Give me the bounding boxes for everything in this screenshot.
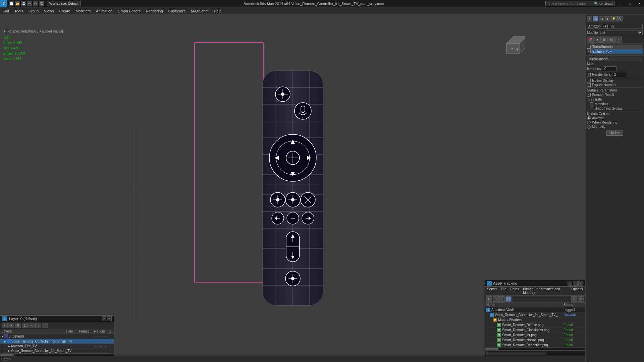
asset-menu-file[interactable]: File	[499, 287, 508, 295]
layer-item[interactable]: ▸ Amazon_Fire_TV — — — □	[0, 344, 114, 349]
open-btn[interactable]: 📂	[15, 1, 20, 6]
asset-menu-server[interactable]: Server	[485, 287, 499, 295]
motion-icon[interactable]: ▶	[605, 16, 610, 21]
close-btn[interactable]: ✕	[635, 0, 644, 7]
utilities-icon[interactable]: 🔧	[617, 16, 623, 21]
freeze-dash: —	[98, 335, 103, 338]
layers-help-btn[interactable]: ?	[102, 316, 106, 321]
render-setup-btn[interactable]: 🖼	[39, 1, 44, 6]
asset-view-btn[interactable]: ⊡	[499, 296, 505, 302]
layers-scrollbar[interactable]	[0, 353, 114, 356]
display-icon[interactable]: 💡	[611, 16, 616, 21]
asset-item[interactable]: M Smart_Remote_Glossiness.png Found	[485, 327, 585, 333]
delete-layer-btn[interactable]: ✕	[8, 323, 14, 328]
maximize-btn[interactable]: □	[625, 0, 635, 7]
save-btn[interactable]: 💾	[21, 1, 26, 6]
asset-menu-paths[interactable]: Paths	[508, 287, 521, 295]
manually-radio[interactable]	[587, 125, 591, 129]
turbosmooth-expand-icon[interactable]: −	[639, 57, 641, 61]
menu-help[interactable]: Help	[211, 8, 224, 14]
minimize-btn[interactable]: —	[616, 0, 625, 7]
search-input[interactable]	[547, 2, 594, 5]
menu-customize[interactable]: Customize	[166, 8, 189, 14]
menu-animation[interactable]: Animation	[93, 8, 115, 14]
object-name-input[interactable]	[587, 24, 643, 29]
undo-btn[interactable]: ↩	[27, 1, 32, 6]
turbosmooth-label[interactable]: TurboSmooth	[591, 45, 643, 49]
menu-create[interactable]: Create	[56, 8, 73, 14]
workspace-dropdown[interactable]: Workspace: Default	[47, 1, 81, 6]
config-modifier-sets-btn[interactable]: ≡	[615, 37, 622, 43]
menu-graph-editors[interactable]: Graph Editors	[115, 8, 143, 14]
select-objects-btn[interactable]: ◻	[22, 323, 28, 328]
asset-item[interactable]: V Autodesk Vault Logged	[485, 307, 585, 312]
asset-item[interactable]: M Smart_Remote_Reflection.png Found	[485, 343, 585, 348]
layer-item[interactable]: ▸ Voice_Remote_Controller_for_Smart_TV —…	[0, 339, 114, 344]
menu-views[interactable]: Views	[41, 8, 56, 14]
asset-menu-bitmap[interactable]: Bitmap Performance and Memory	[521, 287, 569, 295]
create-icon[interactable]: ✦	[587, 16, 592, 21]
asset-item[interactable]: F Voice_Remote_Controller_for_Smart_TV_m…	[485, 312, 585, 317]
layer-item[interactable]: ▸ Voice_Remote_Controller_for_Smart_TV —…	[0, 349, 114, 353]
modifier-list-dropdown[interactable]	[606, 30, 643, 35]
add-selection-btn[interactable]: ⊞	[15, 323, 21, 328]
asset-scrollbar[interactable]	[485, 348, 585, 350]
isoline-checkbox[interactable]	[587, 79, 591, 82]
layer-item[interactable]: ▸ 0 (default) — — — □	[0, 334, 114, 339]
turbosmooth-visibility[interactable]	[587, 45, 591, 49]
update-button[interactable]: Update	[606, 130, 623, 136]
menu-modifiers[interactable]: Modifiers	[73, 8, 93, 14]
view-cube[interactable]: Persp	[505, 35, 525, 55]
editable-poly-label[interactable]: Editable Poly	[591, 49, 643, 54]
turbosmooth-item[interactable]: TurboSmooth	[587, 45, 643, 49]
move-objects-btn[interactable]: ↓	[35, 323, 41, 328]
make-unique-btn[interactable]: ⊞	[601, 37, 608, 43]
explicit-normals-checkbox[interactable]	[587, 83, 591, 87]
asset-item[interactable]: 📁 Maps / Shaders	[485, 317, 585, 322]
editable-poly-visibility[interactable]	[587, 50, 591, 53]
redo-btn[interactable]: ↪	[33, 1, 38, 6]
pin-stack-btn[interactable]: 📌	[587, 37, 594, 43]
menu-edit[interactable]: Edit	[0, 8, 12, 14]
asset-item[interactable]: M Smart_Remote_ior.png Found	[485, 333, 585, 338]
asset-expand-btn[interactable]: ⊞	[486, 296, 492, 302]
asset-detail-btn[interactable]: ☰☰	[505, 296, 512, 302]
menu-rendering[interactable]: Rendering	[143, 8, 166, 14]
asset-item[interactable]: M Smart_Remote_Diffuse.png Found	[485, 322, 585, 327]
asset-collapse-btn[interactable]: ☰	[493, 296, 499, 302]
more-btn[interactable]: ⋮	[42, 323, 48, 328]
layers-toolbar: + ✕ ⊞ ◻ → ↓ ⋮	[0, 322, 114, 329]
when-rendering-radio[interactable]	[587, 121, 591, 124]
menu-tools[interactable]: Tools	[12, 8, 26, 14]
smooth-result-checkbox[interactable]	[587, 93, 591, 97]
new-btn[interactable]: 📄	[9, 1, 14, 6]
modify-icon[interactable]: ⊞	[593, 16, 598, 21]
asset-scrollbar-thumb[interactable]	[485, 348, 498, 350]
search-bar[interactable]: 🔍 Or phrase	[545, 1, 614, 6]
render-iters-checkbox[interactable]	[587, 73, 591, 76]
editable-poly-item[interactable]: Editable Poly	[587, 49, 643, 54]
right-panel: ✦ ⊞ ⊡ ▶ 💡 🔧 Modifier List 📌 ■ ⊞ ⊟	[585, 15, 644, 362]
asset-info-btn[interactable]: ℹ	[578, 296, 584, 302]
new-layer-btn[interactable]: +	[2, 323, 8, 328]
smoothing-groups-checkbox[interactable]	[590, 107, 593, 110]
layers-close-btn[interactable]: ✕	[107, 316, 112, 321]
materials-checkbox[interactable]	[590, 102, 593, 106]
asset-help-btn[interactable]: ?	[571, 296, 577, 302]
move-to-layer-btn[interactable]: →	[29, 323, 35, 328]
asset-maximize-btn[interactable]: □	[573, 281, 578, 286]
render-iters-input[interactable]	[613, 72, 626, 77]
always-radio[interactable]	[587, 116, 591, 120]
menu-maxscript[interactable]: MAXScript	[189, 8, 211, 14]
asset-item[interactable]: M Smart_Remote_Normal.png Found	[485, 338, 585, 343]
remove-modifier-btn[interactable]: ⊟	[608, 37, 615, 43]
asset-path-input[interactable]	[486, 352, 546, 355]
menu-group[interactable]: Group	[26, 8, 42, 14]
show-end-result-btn[interactable]: ■	[594, 37, 601, 43]
asset-close-btn[interactable]: ✕	[578, 281, 583, 286]
search-icon[interactable]: 🔍	[594, 2, 598, 5]
asset-menu-options[interactable]: Options	[570, 287, 585, 295]
hierarchy-icon[interactable]: ⊡	[599, 16, 604, 21]
iterations-input[interactable]	[603, 66, 616, 71]
asset-minimize-btn[interactable]: —	[568, 281, 572, 286]
